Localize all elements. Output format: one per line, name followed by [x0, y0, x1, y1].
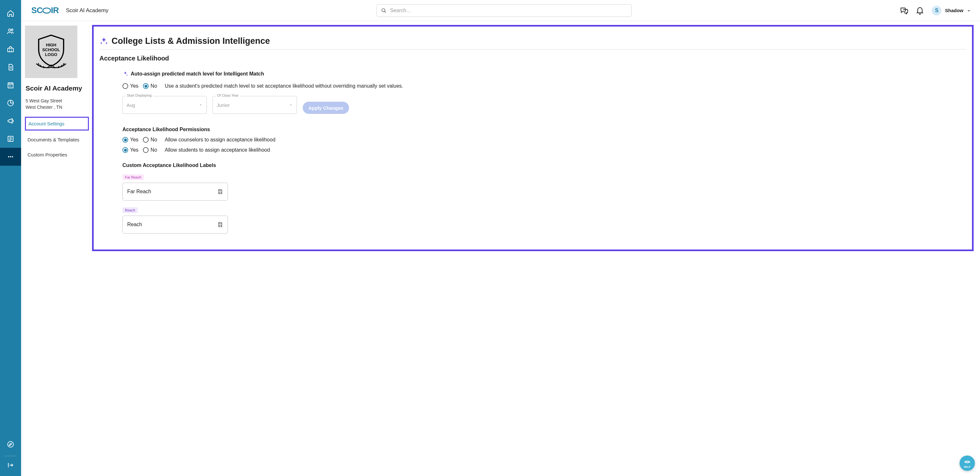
nav-reports-icon[interactable] — [0, 94, 21, 112]
label-input-far-reach[interactable]: Far Reach — [123, 183, 228, 201]
nav-more-icon[interactable] — [0, 148, 21, 166]
svg-point-9 — [382, 8, 385, 11]
nav-collapse-icon[interactable] — [0, 459, 21, 471]
class-year-label: Of Class Year — [216, 93, 240, 97]
nav-school-icon[interactable] — [0, 40, 21, 58]
chevron-down-icon — [199, 103, 203, 107]
nav-announce-icon[interactable] — [0, 112, 21, 130]
auto-assign-no-radio[interactable]: No — [143, 83, 157, 89]
settings-section-box: College Lists & Admission Intelligence A… — [92, 25, 974, 251]
student-perm-no-radio[interactable]: No — [143, 147, 157, 153]
messages-icon[interactable] — [899, 6, 908, 15]
nav-people-icon[interactable] — [0, 22, 21, 40]
sidebar-item-documents-templates[interactable]: Documents & Templates — [25, 134, 89, 145]
sidebar-item-custom-properties[interactable]: Custom Properties — [25, 149, 89, 161]
svg-text:HIGH: HIGH — [46, 43, 57, 47]
school-name: Scoir AI Academy — [25, 85, 89, 92]
app-title: Scoir AI Academy — [66, 7, 108, 14]
save-icon[interactable] — [217, 222, 223, 227]
search-box[interactable] — [377, 4, 632, 17]
school-address: 5 West Gay Street West Chester , TN — [25, 98, 89, 110]
sparkle-icon — [99, 37, 108, 46]
acceptance-heading: Acceptance Likelihood — [99, 55, 966, 62]
custom-labels-heading: Custom Acceptance Likelihood Labels — [123, 163, 966, 168]
svg-point-7 — [12, 156, 13, 157]
school-logo: HIGH SCHOOL LOGO — [25, 26, 77, 78]
user-name: Shadow — [945, 8, 963, 13]
chevron-down-icon — [967, 8, 971, 13]
auto-assign-title: Auto-assign predicted match level for In… — [131, 71, 264, 77]
left-icon-rail — [0, 0, 21, 476]
avatar: S — [931, 5, 942, 16]
nav-home-icon[interactable] — [0, 5, 21, 22]
user-menu[interactable]: S Shadow — [931, 5, 971, 16]
nav-document-icon[interactable] — [0, 58, 21, 76]
search-input[interactable] — [390, 8, 627, 13]
svg-point-0 — [9, 29, 11, 31]
class-year-select[interactable]: Junior — [213, 96, 297, 114]
student-perm-yes-radio[interactable]: Yes — [123, 147, 138, 153]
scoir-logo: SCIR — [31, 5, 59, 15]
svg-point-6 — [10, 156, 11, 157]
counselor-perm-yes-radio[interactable]: Yes — [123, 137, 138, 143]
svg-rect-2 — [8, 48, 13, 52]
auto-assign-yes-radio[interactable]: Yes — [123, 83, 138, 89]
counselor-perm-no-radio[interactable]: No — [143, 137, 157, 143]
student-perm-desc: Allow students to assign acceptance like… — [165, 147, 270, 153]
svg-text:SCHOOL: SCHOOL — [42, 47, 60, 52]
permissions-heading: Acceptance Likelihood Permissions — [123, 127, 966, 133]
label-tag-reach: Reach — [123, 207, 138, 213]
top-header: SCIR Scoir AI Academy S Shad — [21, 0, 980, 21]
sidebar-item-account-settings[interactable]: Account Settings — [25, 117, 89, 131]
counselor-perm-desc: Allow counselors to assign acceptance li… — [165, 137, 275, 143]
chevron-down-icon — [289, 103, 293, 107]
svg-point-5 — [8, 156, 9, 157]
notifications-icon[interactable] — [915, 6, 924, 15]
label-tag-far-reach: Far Reach — [123, 174, 144, 180]
apply-changes-button[interactable]: Apply Changes — [303, 102, 349, 114]
svg-point-1 — [11, 29, 13, 31]
start-displaying-select[interactable]: Aug — [123, 96, 207, 114]
label-input-reach[interactable]: Reach — [123, 216, 228, 233]
side-panel: HIGH SCHOOL LOGO Scoir AI Academy 5 West… — [21, 21, 92, 476]
auto-assign-desc: Use a student's predicted match level to… — [165, 83, 403, 89]
nav-list-icon[interactable] — [0, 130, 21, 148]
nav-compass-icon[interactable] — [0, 435, 21, 453]
content-area: College Lists & Admission Intelligence A… — [92, 21, 980, 476]
svg-point-8 — [8, 441, 13, 447]
sparkle-icon — [123, 71, 128, 77]
svg-text:LOGO: LOGO — [45, 52, 57, 57]
search-icon — [381, 7, 387, 14]
help-button[interactable]: HELP — [959, 455, 975, 471]
save-icon[interactable] — [217, 189, 223, 195]
section-title: College Lists & Admission Intelligence — [111, 36, 270, 46]
nav-calendar-icon[interactable] — [0, 76, 21, 94]
start-displaying-label: Start Displaying — [126, 93, 153, 97]
